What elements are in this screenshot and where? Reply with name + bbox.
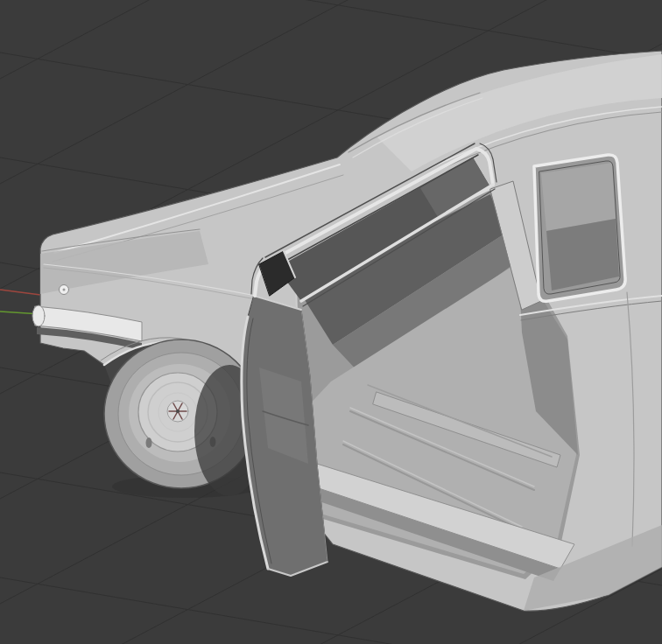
viewport-canvas[interactable]	[0, 0, 662, 644]
rear-door-window	[534, 155, 625, 301]
3d-viewport[interactable]	[0, 0, 662, 644]
headlight-center	[63, 289, 66, 291]
hubcap-emblem-center	[176, 410, 180, 413]
bumper-end-cap	[32, 305, 45, 326]
wheel-slot-left	[146, 438, 152, 448]
